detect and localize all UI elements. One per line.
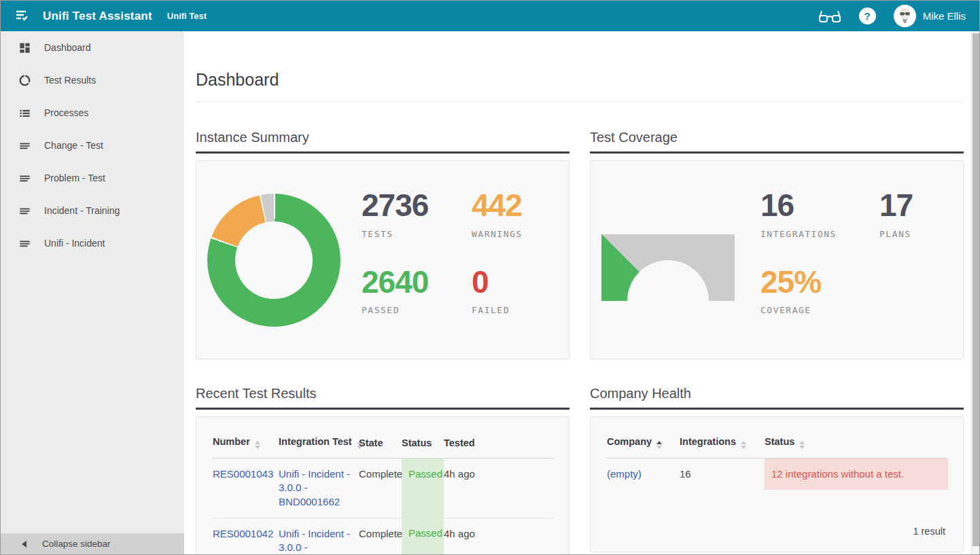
stat-failed: 0 FAILED: [472, 265, 523, 316]
column-header-tested[interactable]: Tested: [444, 425, 554, 459]
recent-test-results-title: Recent Test Results: [196, 386, 570, 401]
company-link[interactable]: (empty): [607, 468, 642, 480]
column-header-integrations[interactable]: Integrations: [680, 425, 765, 459]
instance-summary-card: 2736 TESTS 442 WARNINGS 2640 PASSED 0 FA…: [196, 160, 570, 359]
table-row: (empty) 16 12 integrations without a tes…: [607, 459, 948, 490]
table-row: RES0001043 Unifi - Incident - 3.0.0 - BN…: [213, 459, 554, 518]
integration-test-link[interactable]: Unifi - Incident - 3.0.0 -: [279, 528, 350, 553]
instance-summary-section: Instance Summary 2736 TESTS 442 WARNINGS: [196, 130, 570, 359]
gauge-hole: [627, 260, 709, 301]
integration-test-link[interactable]: Unifi - Incident - 3.0.0 - BND0001662: [279, 468, 350, 507]
stat-coverage: 25% COVERAGE: [760, 265, 879, 316]
test-coverage-stats: 16 INTEGRATIONS 17 PLANS 25% COVERAGE: [760, 188, 913, 315]
section-underline: [196, 151, 570, 154]
instance-summary-stats: 2736 TESTS 442 WARNINGS 2640 PASSED 0 FA…: [362, 188, 523, 315]
result-number-link[interactable]: RES0001043: [213, 468, 273, 480]
stat-value: 0: [472, 265, 523, 300]
stat-label: FAILED: [472, 305, 523, 315]
table-row: RES0001042 Unifi - Incident - 3.0.0 - Co…: [213, 518, 554, 554]
help-button[interactable]: ?: [859, 7, 876, 24]
recent-test-results-section: Recent Test Results Number Integration T…: [196, 386, 570, 554]
app-title: Unifi Test Assistant: [43, 10, 152, 23]
result-number-link[interactable]: RES0001042: [213, 528, 273, 539]
stat-label: INTEGRATIONS: [760, 229, 879, 239]
column-header-state[interactable]: State: [359, 425, 402, 459]
company-health-card: Company Integrations Status (empty) 16 1…: [590, 416, 964, 552]
column-header-integration-test[interactable]: Integration Test: [279, 425, 359, 459]
sidebar-item-label: Processes: [44, 107, 88, 118]
company-health-table: Company Integrations Status (empty) 16 1…: [607, 425, 948, 490]
stat-label: PLANS: [879, 229, 913, 239]
tested-cell: 4h ago: [444, 518, 554, 554]
sidebar-item-label: Test Results: [44, 75, 96, 86]
user-menu[interactable]: Mike Ellis: [894, 5, 970, 27]
collapse-sidebar-label: Collapse sidebar: [42, 539, 111, 549]
sidebar-item-dashboard[interactable]: Dashboard: [1, 31, 184, 64]
sidebar-item-unifi-incident[interactable]: Unifi - Incident: [1, 227, 184, 259]
recent-test-results-card: Number Integration Test State Status Tes…: [196, 416, 570, 554]
sidebar-item-processes[interactable]: Processes: [1, 96, 184, 129]
state-cell: Complete: [359, 459, 402, 518]
stat-integrations: 16 INTEGRATIONS: [760, 188, 879, 239]
menu-toggle-button[interactable]: [12, 6, 32, 26]
test-coverage-title: Test Coverage: [590, 130, 964, 145]
test-coverage-gauge: [601, 234, 735, 301]
company-health-section: Company Health Company Integrations Stat…: [590, 386, 964, 552]
stat-value: 17: [879, 188, 913, 223]
instance-summary-title: Instance Summary: [196, 130, 570, 145]
lines-icon: [18, 139, 31, 152]
section-underline: [196, 408, 570, 410]
sidebar-item-label: Incident - Training: [44, 205, 120, 216]
sidebar-item-incident-training[interactable]: Incident - Training: [1, 194, 184, 227]
avatar: [894, 5, 916, 27]
stat-label: COVERAGE: [760, 305, 879, 315]
stat-passed: 2640 PASSED: [362, 265, 472, 316]
header-bar: Unifi Test Assistant Unifi Test ? Mike E…: [1, 1, 979, 31]
sidebar-item-label: Unifi - Incident: [44, 238, 105, 249]
playlist-check-icon: [14, 7, 30, 26]
vertical-scrollbar[interactable]: [971, 31, 979, 554]
sort-icon: [741, 441, 746, 449]
stat-value: 2736: [362, 188, 472, 223]
column-header-company[interactable]: Company: [607, 425, 680, 459]
lines-icon: [18, 236, 31, 250]
lines-icon: [18, 204, 31, 217]
column-header-status[interactable]: Status: [765, 425, 948, 459]
test-coverage-section: Test Coverage 16 INTEGRATIONS 17 PLANS: [590, 130, 964, 359]
page-title: Dashboard: [196, 70, 279, 90]
main-content: Dashboard Instance Summary 2736 TESTS 44…: [184, 31, 979, 554]
stat-tests: 2736 TESTS: [362, 188, 472, 239]
column-header-number[interactable]: Number: [213, 425, 279, 459]
stat-label: TESTS: [362, 229, 472, 239]
state-cell: Complete: [359, 518, 402, 554]
column-header-status[interactable]: Status: [402, 425, 444, 459]
tested-cell: 4h ago: [444, 459, 554, 518]
section-underline: [590, 408, 964, 410]
scrollbar-thumb[interactable]: [973, 33, 979, 546]
stat-value: 25%: [760, 265, 879, 300]
test-coverage-card: 16 INTEGRATIONS 17 PLANS 25% COVERAGE: [590, 160, 964, 359]
lines-icon: [18, 171, 31, 185]
section-underline: [590, 151, 964, 154]
sort-icon: [255, 441, 260, 449]
glasses-icon[interactable]: [818, 9, 841, 24]
sidebar-item-problem-test[interactable]: Problem - Test: [1, 162, 184, 194]
sort-asc-icon: [657, 441, 662, 449]
stat-label: PASSED: [362, 305, 472, 315]
recent-test-results-table: Number Integration Test State Status Tes…: [213, 425, 554, 554]
help-icon: ?: [859, 7, 876, 24]
instance-summary-donut: [207, 194, 340, 327]
sidebar-item-label: Change - Test: [44, 140, 103, 151]
sidebar-item-test-results[interactable]: Test Results: [1, 64, 184, 96]
sidebar-item-label: Dashboard: [44, 42, 91, 53]
integrations-cell: 16: [680, 459, 765, 490]
company-health-title: Company Health: [590, 386, 964, 401]
stat-value: 16: [760, 188, 879, 223]
stat-plans: 17 PLANS: [879, 188, 913, 239]
sidebar-item-change-test[interactable]: Change - Test: [1, 129, 184, 162]
title-divider: [196, 101, 964, 102]
status-warning-cell: 12 integrations without a test.: [765, 459, 948, 490]
donut-hole: [235, 221, 313, 299]
collapse-sidebar-button[interactable]: Collapse sidebar: [1, 533, 184, 554]
sidebar: Dashboard Test Results Processes Change …: [1, 31, 184, 554]
